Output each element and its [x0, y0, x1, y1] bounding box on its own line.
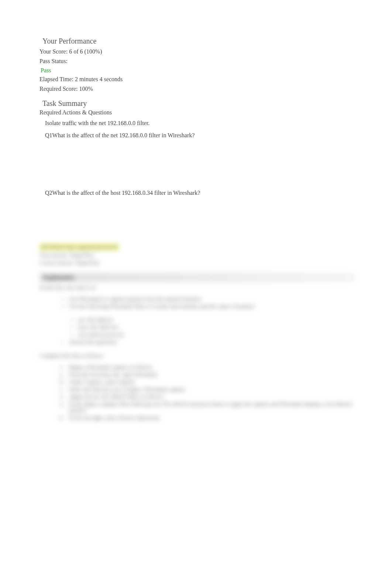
task-item: Answer the questions.: [58, 339, 355, 345]
q2-text: What is the affect of the host 192.168.0…: [52, 190, 200, 196]
required-score: Required Score: 100%: [39, 85, 355, 93]
explanation-intro: In this lab, your task is to:: [39, 284, 355, 291]
task-subitem: tcp (which protocol): [67, 332, 355, 338]
substep-item: In the top right, select Answer Question…: [58, 415, 355, 421]
task-summary-title: Task Summary: [42, 99, 355, 108]
substeps-list: In the Apply a display filter field type…: [58, 401, 355, 421]
task-summary-section: Task Summary Required Actions & Question…: [39, 99, 355, 240]
action-item-1: Isolate traffic with the net 192.168.0.0…: [45, 119, 355, 128]
step-item: Apply the net 192.168.0.0 filter as foll…: [58, 394, 355, 400]
q1-label: Q1: [45, 132, 52, 138]
question-2: Q2What is the affect of the host 192.168…: [45, 190, 355, 196]
substep-item: In the Apply a display filter field type…: [58, 401, 355, 414]
complete-lab-title: Complete this lab as follows:: [39, 353, 355, 359]
task-list: Answer the questions.: [58, 339, 355, 345]
task-subitem: net 192.168.0.0: [67, 317, 355, 323]
substep-item: Under Capture, select enp2s0.: [58, 379, 355, 385]
correct-answer: Correct answer: HyperText: [39, 260, 355, 266]
your-answer: Your answer: HyperText: [39, 252, 355, 258]
q1-text: What is the affect of the net 192.168.0.…: [52, 132, 195, 138]
substep-item: Select the blue fin icon to begin a Wire…: [58, 386, 355, 393]
task-item: Use Wireshark to capture packets from th…: [58, 296, 355, 302]
steps-list: Apply the net 192.168.0.0 filter as foll…: [58, 394, 355, 400]
blurred-content: Q3 Which only captured protocol? Your an…: [39, 244, 355, 421]
spacer: [39, 199, 355, 240]
performance-title: Your Performance: [42, 37, 355, 45]
elapsed-time: Elapsed Time: 2 minutes 4 seconds: [39, 75, 355, 83]
question-1: Q1What is the affect of the net 192.168.…: [45, 132, 355, 139]
performance-section: Your Performance Your Score: 6 of 6 (100…: [39, 37, 355, 93]
q3-highlight: Q3 Which only captured protocol?: [39, 244, 119, 251]
pass-status-label: Pass Status:: [39, 57, 355, 65]
score-line: Your Score: 6 of 6 (100%): [39, 48, 355, 56]
task-sublist: net 192.168.0.0 host 192.168.0.34 tcp (w…: [67, 317, 355, 338]
substep-item: From the Favorites bar, open Wireshark.: [58, 372, 355, 378]
q2-label: Q2: [45, 190, 52, 196]
task-list: Use Wireshark to capture packets from th…: [58, 296, 355, 310]
spacer: [39, 142, 355, 190]
steps-list: Begin a Wireshark capture as follows:: [58, 364, 355, 370]
explanation-header: Explanation: [39, 273, 355, 282]
required-actions-label: Required Actions & Questions: [39, 109, 355, 116]
task-subitem: host 192.168.0.34: [67, 324, 355, 331]
step-item: Begin a Wireshark capture as follows:: [58, 364, 355, 370]
substeps-list: From the Favorites bar, open Wireshark. …: [58, 372, 355, 393]
task-item: Use the following Wireshark filters to i…: [58, 303, 355, 310]
pass-status-value: Pass: [41, 67, 355, 74]
